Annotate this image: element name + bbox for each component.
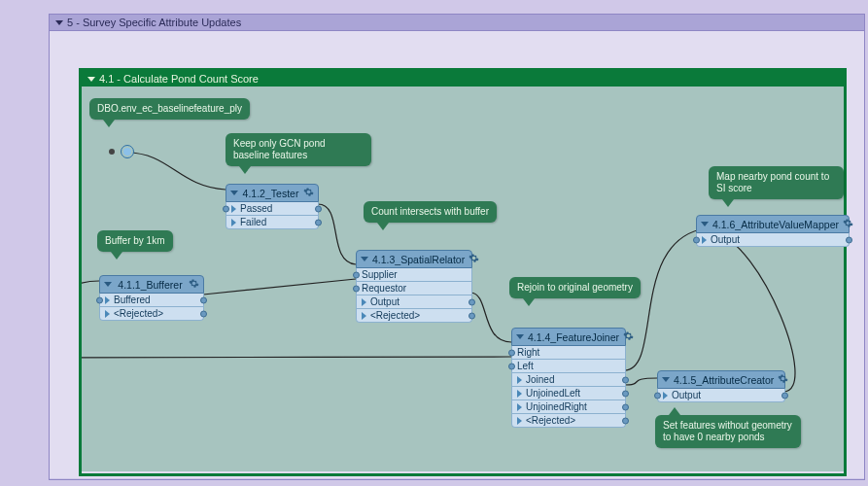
transformer-title: 4.1.2_Tester: [243, 188, 299, 199]
chevron-down-icon: [516, 334, 524, 339]
port-unjoined-right[interactable]: UnjoinedRight: [511, 400, 626, 414]
transformer-title: 4.1.4_FeatureJoiner: [528, 331, 619, 343]
annotation-text: DBO.env_ec_baselinefeature_ply: [97, 103, 242, 114]
annotation-text: Buffer by 1km: [105, 235, 165, 246]
workflow-canvas[interactable]: 5 - Survey Specific Attribute Updates 4.…: [0, 0, 868, 486]
gear-icon[interactable]: [778, 373, 788, 386]
port-label: <Rejected>: [370, 310, 420, 321]
bookmark-outer-body: 4.1 - Calculate Pond Count Score: [50, 31, 864, 478]
transformer-header[interactable]: 4.1.2_Tester: [226, 184, 319, 202]
port-label: <Rejected>: [114, 308, 163, 319]
transformer-header[interactable]: 4.1.4_FeatureJoiner: [511, 328, 626, 346]
gear-icon[interactable]: [469, 253, 479, 265]
port-rejected[interactable]: <Rejected>: [356, 309, 472, 323]
port-output[interactable]: Output: [657, 389, 785, 402]
annotation-buffer[interactable]: Buffer by 1km: [97, 230, 173, 252]
port-label: Output: [370, 296, 399, 307]
annotation-text: Keep only GCN pond baseline features: [233, 138, 326, 160]
chevron-down-icon: [361, 257, 368, 261]
bookmark-outer-title-text: 5 - Survey Specific Attribute Updates: [67, 17, 241, 28]
port-label: UnjoinedLeft: [526, 388, 580, 399]
chevron-down-icon: [55, 20, 63, 25]
port-failed[interactable]: Failed: [226, 216, 319, 229]
annotation-text: Map nearby pond count to SI score: [716, 171, 829, 193]
transformer-relator[interactable]: 4.1.3_SpatialRelator Supplier Requestor …: [356, 250, 472, 323]
gear-icon[interactable]: [189, 278, 199, 291]
port-label: Failed: [240, 217, 266, 227]
bookmark-inner-title[interactable]: 4.1 - Calculate Pond Count Score: [82, 71, 844, 87]
transformer-title: 4.1.1_Bufferer: [118, 279, 182, 291]
port-label: Requestor: [362, 283, 406, 294]
transformer-header[interactable]: 4.1.3_SpatialRelator: [356, 250, 472, 268]
transformer-creator[interactable]: 4.1.5_AttributeCreator Output: [657, 370, 785, 402]
bookmark-outer[interactable]: 5 - Survey Specific Attribute Updates 4.…: [49, 14, 865, 480]
transformer-header[interactable]: 4.1.5_AttributeCreator: [657, 370, 785, 389]
port-requestor[interactable]: Requestor: [356, 282, 472, 295]
port-passed[interactable]: Passed: [226, 202, 319, 216]
transformer-header[interactable]: 4.1.1_Bufferer: [99, 275, 204, 294]
port-label: Output: [711, 234, 740, 245]
port-label: Right: [517, 347, 539, 358]
port-label: Buffered: [114, 295, 151, 305]
chevron-down-icon: [662, 377, 670, 382]
transformer-tester[interactable]: 4.1.2_Tester Passed Failed: [226, 184, 319, 229]
bookmark-inner-title-text: 4.1 - Calculate Pond Count Score: [99, 73, 259, 85]
transformer-title: 4.1.3_SpatialRelator: [372, 254, 465, 265]
annotation-joiner[interactable]: Rejoin to original geometry: [509, 277, 641, 298]
port-output[interactable]: Output: [696, 233, 850, 247]
chevron-down-icon: [230, 191, 238, 195]
gear-icon[interactable]: [303, 187, 314, 199]
port-rejected[interactable]: <Rejected>: [99, 307, 204, 321]
port-label: Passed: [240, 203, 272, 214]
transformer-title: 4.1.6_AttributeValueMapper: [712, 219, 839, 230]
annotation-reader[interactable]: DBO.env_ec_baselinefeature_ply: [89, 98, 250, 120]
port-rejected[interactable]: <Rejected>: [511, 414, 626, 428]
port-label: Output: [672, 390, 701, 400]
port-left[interactable]: Left: [511, 360, 626, 373]
port-right[interactable]: Right: [511, 346, 626, 360]
annotation-text: Count intersects with buffer: [371, 206, 489, 217]
annotation-creator[interactable]: Set features without geometry to have 0 …: [655, 415, 801, 448]
port-supplier[interactable]: Supplier: [356, 268, 472, 282]
transformer-header[interactable]: 4.1.6_AttributeValueMapper: [696, 215, 850, 233]
connection-start-node: [109, 149, 115, 155]
transformer-bufferer[interactable]: 4.1.1_Bufferer Buffered <Rejected>: [99, 275, 204, 321]
port-buffered[interactable]: Buffered: [99, 294, 204, 307]
reader-feature-type[interactable]: [121, 145, 134, 158]
annotation-text: Rejoin to original geometry: [517, 282, 633, 293]
port-output[interactable]: Output: [356, 295, 472, 309]
bookmark-inner[interactable]: 4.1 - Calculate Pond Count Score: [79, 68, 847, 476]
port-label: <Rejected>: [526, 415, 575, 426]
transformer-title: 4.1.5_AttributeCreator: [674, 374, 774, 386]
port-joined[interactable]: Joined: [511, 373, 626, 387]
annotation-relator[interactable]: Count intersects with buffer: [364, 201, 497, 223]
port-label: Supplier: [362, 269, 398, 280]
transformer-joiner[interactable]: 4.1.4_FeatureJoiner Right Left Joined Un…: [511, 328, 626, 428]
port-label: UnjoinedRight: [526, 401, 587, 412]
port-label: Left: [517, 361, 534, 371]
annotation-mapper[interactable]: Map nearby pond count to SI score: [709, 166, 844, 199]
port-unjoined-left[interactable]: UnjoinedLeft: [511, 387, 626, 400]
bookmark-outer-title[interactable]: 5 - Survey Specific Attribute Updates: [50, 15, 864, 31]
bookmark-inner-body: DBO.env_ec_baselinefeature_ply Buffer by…: [82, 87, 844, 471]
chevron-down-icon: [104, 282, 112, 287]
chevron-down-icon: [701, 222, 709, 226]
annotation-tester[interactable]: Keep only GCN pond baseline features: [226, 133, 371, 166]
gear-icon[interactable]: [843, 218, 853, 230]
transformer-mapper[interactable]: 4.1.6_AttributeValueMapper Output: [696, 215, 850, 247]
annotation-text: Set features without geometry to have 0 …: [663, 420, 792, 442]
gear-icon[interactable]: [623, 330, 634, 343]
chevron-down-icon: [87, 77, 95, 82]
port-label: Joined: [526, 374, 554, 385]
